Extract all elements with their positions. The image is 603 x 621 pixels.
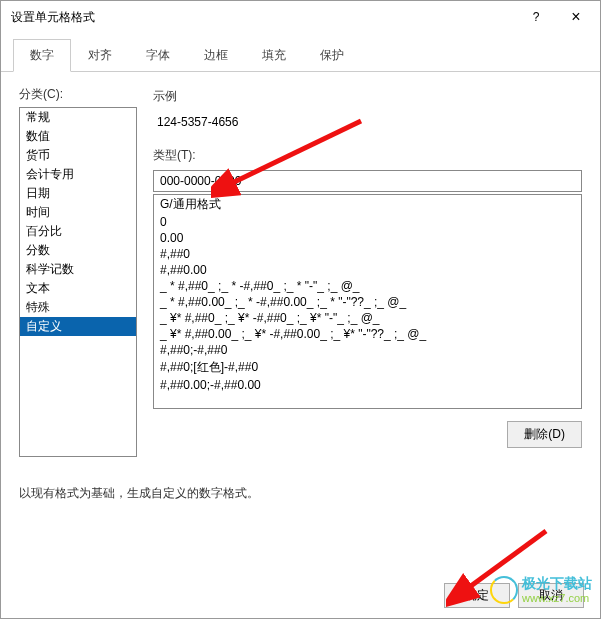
category-label: 分类(C): xyxy=(19,86,137,103)
tabstrip: 数字 对齐 字体 边框 填充 保护 xyxy=(1,39,600,72)
category-item[interactable]: 百分比 xyxy=(20,222,136,241)
format-item[interactable]: 0.00 xyxy=(154,230,581,246)
content-area: 分类(C): 常规数值货币会计专用日期时间百分比分数科学记数文本特殊自定义 示例… xyxy=(1,72,600,467)
category-item[interactable]: 数值 xyxy=(20,127,136,146)
ok-button-label: 确定 xyxy=(465,588,489,602)
category-item[interactable]: 会计专用 xyxy=(20,165,136,184)
close-button[interactable]: × xyxy=(556,3,596,31)
close-icon: × xyxy=(571,8,580,26)
category-item[interactable]: 科学记数 xyxy=(20,260,136,279)
tab-label: 数字 xyxy=(30,48,54,62)
ok-button[interactable]: 确定 xyxy=(444,583,510,608)
type-label: 类型(T): xyxy=(153,147,582,164)
format-item[interactable]: G/通用格式 xyxy=(154,195,581,214)
tab-label: 填充 xyxy=(262,48,286,62)
category-item[interactable]: 常规 xyxy=(20,108,136,127)
delete-button-label: 删除(D) xyxy=(524,427,565,441)
category-item[interactable]: 货币 xyxy=(20,146,136,165)
tab-border[interactable]: 边框 xyxy=(187,39,245,71)
format-item[interactable]: _ * #,##0_ ;_ * -#,##0_ ;_ * "-"_ ;_ @_ xyxy=(154,278,581,294)
format-item[interactable]: #,##0.00;-#,##0.00 xyxy=(154,377,581,393)
category-item[interactable]: 时间 xyxy=(20,203,136,222)
help-icon: ? xyxy=(533,10,540,24)
sample-value: 124-5357-4656 xyxy=(153,111,582,129)
type-input[interactable] xyxy=(153,170,582,192)
sample-area: 示例 124-5357-4656 xyxy=(153,88,582,129)
category-listbox[interactable]: 常规数值货币会计专用日期时间百分比分数科学记数文本特殊自定义 xyxy=(19,107,137,457)
dialog-title: 设置单元格格式 xyxy=(11,9,516,26)
cancel-button-label: 取消 xyxy=(539,588,563,602)
sample-label: 示例 xyxy=(153,88,582,105)
format-item[interactable]: 0 xyxy=(154,214,581,230)
format-item[interactable]: #,##0 xyxy=(154,246,581,262)
tab-label: 对齐 xyxy=(88,48,112,62)
format-item[interactable]: #,##0;-#,##0 xyxy=(154,342,581,358)
tab-label: 保护 xyxy=(320,48,344,62)
tab-font[interactable]: 字体 xyxy=(129,39,187,71)
category-item[interactable]: 日期 xyxy=(20,184,136,203)
cancel-button[interactable]: 取消 xyxy=(518,583,584,608)
svg-line-1 xyxy=(464,531,546,591)
tab-number[interactable]: 数字 xyxy=(13,39,71,72)
titlebar: 设置单元格格式 ? × xyxy=(1,1,600,33)
format-item[interactable]: #,##0.00 xyxy=(154,262,581,278)
category-column: 分类(C): 常规数值货币会计专用日期时间百分比分数科学记数文本特殊自定义 xyxy=(19,86,137,457)
category-item[interactable]: 分数 xyxy=(20,241,136,260)
tab-fill[interactable]: 填充 xyxy=(245,39,303,71)
footer: 确定 取消 xyxy=(444,583,584,608)
tab-protection[interactable]: 保护 xyxy=(303,39,361,71)
format-item[interactable]: _ * #,##0.00_ ;_ * -#,##0.00_ ;_ * "-"??… xyxy=(154,294,581,310)
delete-button[interactable]: 删除(D) xyxy=(507,421,582,448)
tab-alignment[interactable]: 对齐 xyxy=(71,39,129,71)
help-button[interactable]: ? xyxy=(516,3,556,31)
format-cells-dialog: 设置单元格格式 ? × 数字 对齐 字体 边框 填充 保护 分类(C): 常规数… xyxy=(0,0,601,619)
category-item[interactable]: 自定义 xyxy=(20,317,136,336)
format-listbox[interactable]: G/通用格式00.00#,##0#,##0.00_ * #,##0_ ;_ * … xyxy=(153,194,582,409)
category-item[interactable]: 特殊 xyxy=(20,298,136,317)
details-column: 示例 124-5357-4656 类型(T): G/通用格式00.00#,##0… xyxy=(153,86,582,457)
description-text: 以现有格式为基础，生成自定义的数字格式。 xyxy=(19,485,582,502)
format-item[interactable]: #,##0;[红色]-#,##0 xyxy=(154,358,581,377)
tab-label: 字体 xyxy=(146,48,170,62)
tab-label: 边框 xyxy=(204,48,228,62)
format-item[interactable]: _ ¥* #,##0.00_ ;_ ¥* -#,##0.00_ ;_ ¥* "-… xyxy=(154,326,581,342)
format-item[interactable]: _ ¥* #,##0_ ;_ ¥* -#,##0_ ;_ ¥* "-"_ ;_ … xyxy=(154,310,581,326)
category-item[interactable]: 文本 xyxy=(20,279,136,298)
